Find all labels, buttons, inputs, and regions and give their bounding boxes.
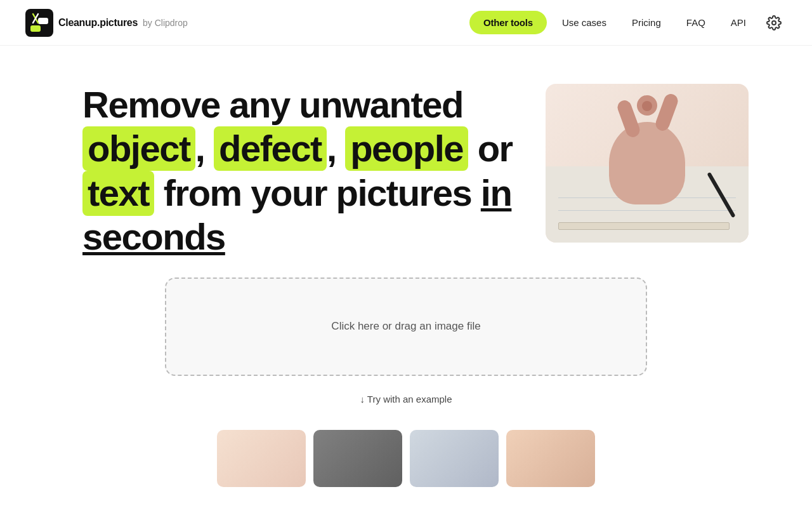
upload-dropzone[interactable]: Click here or drag an image file (165, 277, 647, 376)
brand-section: Cleanup.pictures by Clipdrop (25, 9, 188, 37)
hero-text: Remove any unwanted object, defect, peop… (82, 84, 514, 258)
logo-icon (25, 9, 53, 37)
dropzone-section: Click here or drag an image file ↓ Try w… (0, 258, 812, 417)
svg-rect-2 (38, 18, 48, 24)
main-content: Remove any unwanted object, defect, peop… (0, 46, 812, 258)
thumbnail-3[interactable] (410, 430, 499, 487)
suffix: from your pictures (154, 172, 481, 213)
settings-icon (766, 15, 782, 30)
brand-by: by Clipdrop (143, 18, 188, 28)
thumbnail-4[interactable] (506, 430, 595, 487)
faq-link[interactable]: FAQ (676, 12, 716, 33)
hero-product-image (546, 84, 749, 243)
nav-links: Other tools Use cases Pricing FAQ API (469, 10, 787, 36)
comma2: , (327, 128, 336, 169)
hero-heading: Remove any unwanted object, defect, peop… (82, 84, 514, 258)
highlight-object: object (82, 126, 195, 171)
pricing-link[interactable]: Pricing (622, 12, 671, 33)
brand-name: Cleanup.pictures (58, 17, 138, 29)
try-example-link[interactable]: ↓ Try with an example (360, 394, 452, 404)
svg-rect-1 (30, 25, 41, 32)
thumbnail-1[interactable] (217, 430, 306, 487)
thumbnail-2[interactable] (313, 430, 402, 487)
highlight-people: people (345, 126, 468, 171)
example-thumbnails (0, 417, 812, 487)
dropzone-label: Click here or drag an image file (331, 320, 480, 333)
other-tools-button[interactable]: Other tools (469, 11, 547, 34)
or-text: or (468, 128, 513, 169)
use-cases-link[interactable]: Use cases (552, 12, 617, 33)
svg-point-5 (772, 21, 776, 25)
api-link[interactable]: API (721, 12, 756, 33)
settings-button[interactable] (761, 10, 787, 36)
highlight-text: text (82, 171, 154, 216)
highlight-defect: defect (214, 126, 327, 171)
comma1: , (195, 128, 205, 169)
hero-line1: Remove any unwanted (82, 84, 463, 125)
navbar: Cleanup.pictures by Clipdrop Other tools… (0, 0, 812, 46)
